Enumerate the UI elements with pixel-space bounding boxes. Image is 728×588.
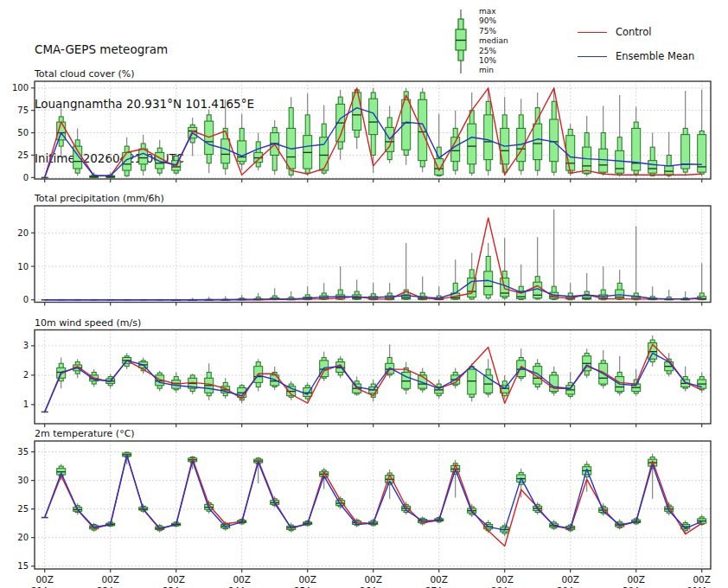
svg-text:10m wind speed (m/s): 10m wind speed (m/s) <box>35 317 141 329</box>
svg-text:00Z: 00Z <box>233 574 251 585</box>
svg-text:0: 0 <box>23 295 29 304</box>
svg-text:25: 25 <box>17 504 29 514</box>
panel-10m-wind-speed-m-s: 10m wind speed (m/s)123 <box>23 317 711 428</box>
svg-text:00Z: 00Z <box>364 574 382 585</box>
svg-text:1: 1 <box>23 399 29 409</box>
svg-text:00Z: 00Z <box>35 574 54 585</box>
svg-text:50: 50 <box>17 128 29 137</box>
svg-text:00Z: 00Z <box>167 574 185 585</box>
svg-text:2m temperature (°C): 2m temperature (°C) <box>35 428 135 439</box>
svg-text:15: 15 <box>17 561 29 571</box>
svg-text:35: 35 <box>17 447 29 457</box>
svg-text:20: 20 <box>17 228 29 238</box>
meteogram-figure: CMA-GEPS meteogram Louangnamtha 20.931°N… <box>0 0 728 588</box>
svg-text:00Z: 00Z <box>693 574 711 585</box>
svg-text:2: 2 <box>23 370 29 380</box>
panel-2m-temperature-c: 2m temperature (°C)152025303500Z21Apr00Z… <box>17 428 717 588</box>
svg-text:00Z: 00Z <box>627 574 645 585</box>
svg-text:30: 30 <box>17 476 29 485</box>
svg-text:20: 20 <box>17 533 29 542</box>
panel-total-cloud-cover: Total cloud cover (%)0255075100 <box>12 68 711 182</box>
svg-text:00Z: 00Z <box>430 574 448 585</box>
meteogram-canvas: Total cloud cover (%)0255075100Total pre… <box>0 0 728 588</box>
svg-text:Total precipitation (mm/6h): Total precipitation (mm/6h) <box>34 193 164 204</box>
chart-host: Total cloud cover (%)0255075100Total pre… <box>0 0 728 588</box>
svg-text:75: 75 <box>17 105 29 115</box>
svg-text:0: 0 <box>23 173 29 182</box>
svg-text:00Z: 00Z <box>101 574 119 585</box>
svg-text:Total cloud cover (%): Total cloud cover (%) <box>34 68 135 80</box>
svg-text:00Z: 00Z <box>495 574 514 585</box>
svg-text:00Z: 00Z <box>298 574 316 585</box>
svg-text:25: 25 <box>17 150 29 160</box>
svg-text:100: 100 <box>12 83 29 93</box>
svg-text:3: 3 <box>23 341 29 350</box>
svg-text:00Z: 00Z <box>561 574 579 585</box>
panel-total-precipitation-mm-6h: Total precipitation (mm/6h)01020 <box>17 193 711 306</box>
svg-text:10: 10 <box>17 262 29 272</box>
